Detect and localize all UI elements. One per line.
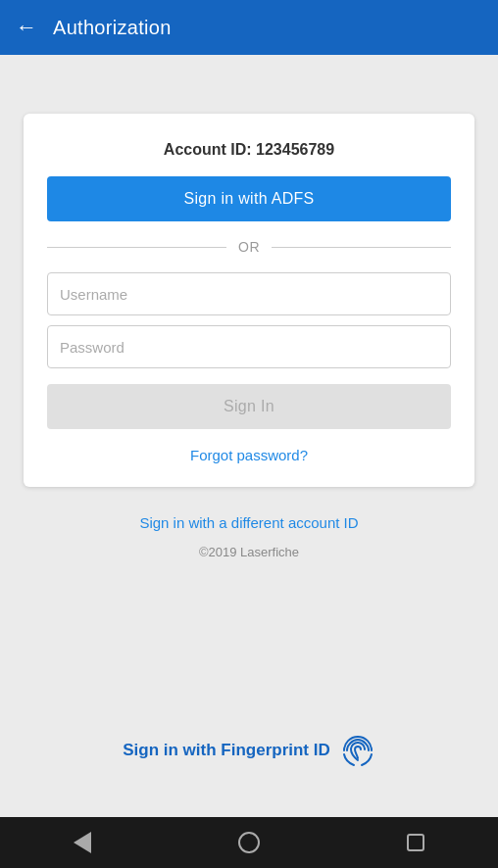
nav-home-button[interactable]: [238, 832, 260, 853]
copyright-text: ©2019 Laserfiche: [199, 545, 299, 559]
or-divider: OR: [47, 239, 451, 255]
or-text: OR: [226, 239, 272, 255]
sign-in-adfs-button[interactable]: Sign in with ADFS: [47, 176, 451, 221]
sign-in-button[interactable]: Sign In: [47, 384, 451, 429]
header: ← Authorization: [0, 0, 498, 55]
account-id-label: Account ID: 123456789: [47, 141, 451, 159]
or-line-left: [47, 247, 226, 248]
username-input[interactable]: [47, 272, 451, 315]
main-content: Account ID: 123456789 Sign in with ADFS …: [0, 55, 498, 817]
fingerprint-section[interactable]: Sign in with Fingerprint ID: [123, 733, 375, 797]
or-line-right: [272, 247, 451, 248]
nav-bar: [0, 817, 498, 868]
forgot-password-link[interactable]: Forgot password?: [47, 447, 451, 463]
different-account-link[interactable]: Sign in with a different account ID: [139, 514, 358, 531]
back-icon[interactable]: ←: [16, 15, 37, 40]
login-card: Account ID: 123456789 Sign in with ADFS …: [24, 114, 474, 487]
nav-recents-button[interactable]: [407, 834, 424, 851]
nav-back-button[interactable]: [74, 832, 91, 853]
header-title: Authorization: [53, 17, 172, 39]
fingerprint-label: Sign in with Fingerprint ID: [123, 741, 330, 760]
password-input[interactable]: [47, 325, 451, 368]
fingerprint-icon: [340, 733, 375, 768]
